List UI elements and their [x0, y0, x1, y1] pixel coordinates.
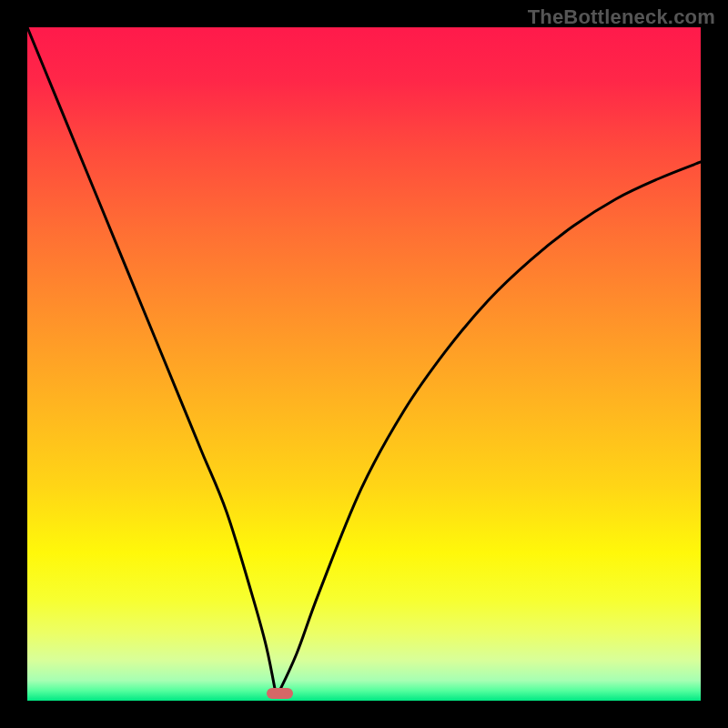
curve-left-branch: [27, 27, 277, 697]
chart-frame: TheBottleneck.com: [0, 0, 728, 728]
curve-layer: [27, 27, 701, 701]
curve-right-branch: [277, 162, 701, 697]
plot-area: [27, 27, 701, 701]
watermark-text: TheBottleneck.com: [528, 5, 715, 29]
bottleneck-marker: [267, 688, 294, 699]
